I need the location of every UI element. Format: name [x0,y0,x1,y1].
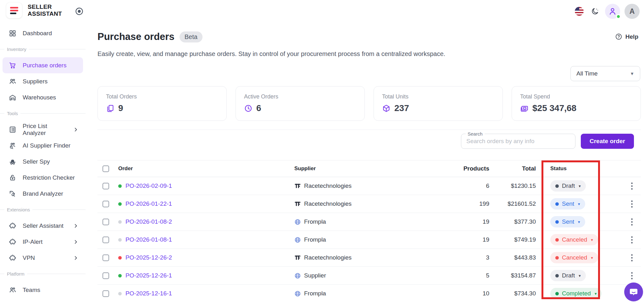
products-count: 6 [436,182,489,189]
chevron-down-icon: ▾ [591,238,593,242]
puzzle-icon [9,222,16,230]
sidebar-item-purchase-orders[interactable]: Purchase orders [3,57,83,73]
row-checkbox[interactable] [103,183,109,189]
help-button[interactable]: Help [615,33,638,40]
supplier-name: Racetechnologies [304,182,352,189]
column-header-products[interactable]: Products [436,165,489,172]
sidebar-item-suppliers[interactable]: Suppliers [3,73,83,89]
cube-icon [382,104,391,113]
row-checkbox[interactable] [103,272,109,279]
beta-badge: Beta [180,31,203,42]
chevron-down-icon: ▾ [578,220,580,224]
account-person-icon[interactable] [605,4,620,19]
order-total: $749.19 [489,236,536,243]
avatar[interactable]: A [625,4,640,19]
stat-label: Total Spend [520,93,632,100]
stat-value: 237 [394,103,409,113]
order-status-dot [118,274,122,277]
row-actions-kebab-icon[interactable] [631,200,633,208]
sidebar-item-brand-analyzer[interactable]: Brand Analyzer [3,186,83,202]
order-link[interactable]: PO-2026-01-08-2 [125,218,172,225]
sidebar-section-inventory: Inventory [0,41,86,57]
table-toolbar: Search Create order [97,130,641,152]
sidebar-item-label: IP-Alert [23,238,42,245]
sidebar-item-seller-spy[interactable]: Seller Spy [3,154,83,170]
order-total: $21601.52 [489,200,536,207]
products-count: 5 [436,272,489,279]
warehouse-icon [9,94,16,101]
order-link[interactable]: PO-2026-01-08-1 [125,236,172,243]
order-link[interactable]: PO-2025-12-16-1 [125,290,172,297]
brand-line2: ASSISTANT [28,10,62,17]
chevron-down-icon: ▾ [595,291,597,296]
chevron-down-icon: ▼ [630,71,634,76]
sidebar-item-restriction-checker[interactable]: Restriction Checker [3,170,83,186]
column-header-order[interactable]: Order [118,165,294,172]
row-checkbox[interactable] [103,290,109,297]
status-badge[interactable]: Canceled▾ [550,252,598,263]
row-actions-kebab-icon[interactable] [631,182,633,190]
dark-mode-moon-icon[interactable] [589,6,601,17]
sidebar-item-warehouses[interactable]: Warehouses [3,89,83,105]
row-checkbox[interactable] [103,254,109,261]
row-checkbox[interactable] [103,237,109,243]
row-actions-kebab-icon[interactable] [631,236,633,243]
sidebar-item-dashboard[interactable]: Dashboard [3,25,83,41]
chevron-down-icon: ▾ [591,255,593,260]
products-count: 19 [436,236,489,243]
products-count: 19 [436,218,489,225]
time-range-select[interactable]: All Time ▼ [570,66,640,81]
select-all-checkbox[interactable] [103,165,109,172]
search-field-label: Search [466,131,485,137]
order-status-dot [118,292,122,295]
supplier-logo-globe-icon [294,290,301,297]
sidebar-item-label: Warehouses [23,94,56,101]
sidebar-item-ai-supplier-finder[interactable]: AI Supplier Finder [3,137,83,154]
row-actions-kebab-icon[interactable] [631,254,633,261]
stat-card-active-orders: Active Orders 6 [236,86,365,121]
status-badge[interactable]: Canceled▾ [550,234,598,245]
sidebar-item-price-list-analyzer[interactable]: Price List Analyzer [3,121,83,137]
supplier-logo-racetech-icon [294,201,301,207]
status-badge[interactable]: Sent▾ [550,216,585,227]
order-link[interactable]: PO-2025-12-26-1 [125,272,172,279]
orders-table: Order Supplier Products Total Status PO-… [97,160,641,302]
order-link[interactable]: PO-2026-01-22-1 [125,200,172,207]
supplier-logo-racetech-icon [294,183,301,189]
seller-assistant-logo-icon [6,3,22,18]
sidebar-item-ip-alert[interactable]: IP-Alert [3,234,83,250]
table-row: PO-2026-01-08-1 Frompla 19 $749.19 Cance… [97,231,641,249]
sidebar-item-vpn[interactable]: VPN [3,250,83,266]
stats-cards: Total Orders 9 Active Orders 6 Total Uni… [97,86,641,121]
order-link[interactable]: PO-2026-02-09-1 [125,182,172,189]
row-checkbox[interactable] [103,201,109,207]
sidebar-section-platform: Platform [0,266,86,282]
language-flag-icon[interactable] [574,6,585,17]
status-badge[interactable]: Draft▾ [550,270,586,281]
order-total: $1230.15 [489,182,536,189]
lock-icon [9,174,16,182]
order-link[interactable]: PO-2025-12-26-2 [125,254,172,261]
price-list-icon [9,126,16,133]
status-badge[interactable]: Sent▾ [550,198,585,210]
stat-value: $25 347,68 [532,103,576,113]
status-badge[interactable]: Draft▾ [550,180,586,192]
row-actions-kebab-icon[interactable] [631,272,633,279]
sidebar-item-seller-assistant-ext[interactable]: Seller Assistant [3,218,83,234]
column-header-total[interactable]: Total [489,165,536,172]
brand-analyzer-icon [9,190,16,198]
chevron-down-icon: ▾ [579,184,581,188]
create-order-button[interactable]: Create order [581,134,634,149]
status-badge[interactable]: Completed▾ [550,288,602,299]
stat-value: 9 [118,103,123,113]
column-header-status[interactable]: Status [548,165,614,172]
row-actions-kebab-icon[interactable] [631,218,633,226]
sidebar-collapse-toggle-icon[interactable] [75,7,84,16]
sidebar-item-label: VPN [23,254,35,261]
page-subtitle: Easily create, view, and manage purchase… [97,50,445,58]
chat-launcher-button[interactable] [624,282,643,301]
sidebar-item-teams[interactable]: Teams [3,282,83,298]
column-header-supplier[interactable]: Supplier [294,165,436,172]
table-row: PO-2026-01-22-1 Racetechnologies 199 $21… [97,195,641,213]
row-checkbox[interactable] [103,219,109,225]
